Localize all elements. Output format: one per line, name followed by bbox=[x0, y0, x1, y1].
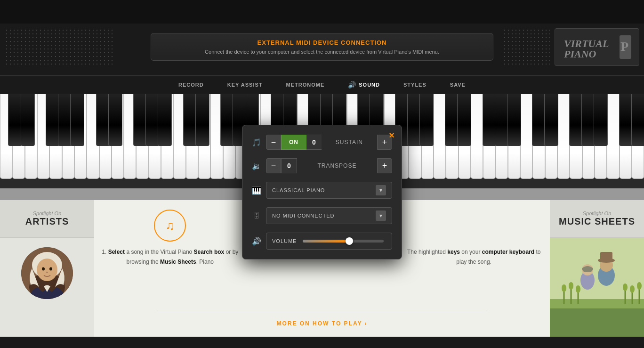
nav-item-metronome[interactable]: METRONOME bbox=[284, 77, 327, 92]
white-key[interactable] bbox=[520, 94, 532, 179]
instruction-step-3-text: The highlighted keys on your computer ke… bbox=[402, 247, 545, 267]
black-key[interactable] bbox=[158, 94, 172, 146]
nav-item-key-assist[interactable]: KEY ASSIST bbox=[225, 77, 265, 92]
volume-row: 🔊 VOLUME bbox=[252, 233, 392, 250]
volume-thumb[interactable] bbox=[346, 237, 353, 245]
black-key[interactable] bbox=[419, 94, 434, 146]
svg-rect-12 bbox=[550, 308, 644, 337]
svg-point-24 bbox=[576, 285, 580, 293]
instrument-value: CLASSICAL PIANO bbox=[272, 187, 325, 193]
black-key[interactable] bbox=[70, 94, 84, 146]
artists-spotlight-title: ARTISTS bbox=[6, 216, 89, 227]
keys-bold-3: keys bbox=[447, 249, 460, 255]
artists-spotlight-card: Spotlight On ARTISTS bbox=[0, 200, 94, 337]
svg-point-29 bbox=[630, 285, 635, 293]
more-link-container: MORE ON HOW TO PLAY › bbox=[157, 312, 487, 327]
transpose-plus-button[interactable]: + bbox=[377, 158, 392, 173]
sustain-minus-button[interactable]: − bbox=[266, 135, 281, 150]
transpose-controls: − 0 TRANSPOSE + bbox=[266, 158, 392, 173]
svg-rect-16 bbox=[600, 252, 612, 261]
more-link[interactable]: MORE ON HOW TO PLAY › bbox=[276, 320, 367, 327]
svg-point-22 bbox=[562, 284, 566, 292]
transpose-value: 0 bbox=[281, 158, 297, 173]
nav-item-save[interactable]: SAVE bbox=[448, 77, 468, 92]
search-box-bold: Search box bbox=[194, 249, 225, 255]
artists-card-image[interactable] bbox=[0, 238, 94, 308]
volume-slider[interactable] bbox=[303, 240, 384, 243]
midi-arrow-icon: ▾ bbox=[376, 210, 386, 221]
sustain-row: 🎵 − ON 0 SUSTAIN + bbox=[252, 135, 392, 150]
sound-panel: × 🎵 − ON 0 SUSTAIN + 🔉 − 0 TRANSPOSE bbox=[242, 125, 402, 259]
midi-banner: EXTERNAL MIDI DEVICE CONNECTION Connect … bbox=[151, 33, 493, 61]
volume-label: VOLUME bbox=[272, 238, 297, 244]
svg-text:PIANO: PIANO bbox=[564, 48, 596, 60]
top-section: EXTERNAL MIDI DEVICE CONNECTION Connect … bbox=[0, 24, 644, 75]
svg-point-23 bbox=[569, 282, 573, 290]
svg-point-7 bbox=[37, 259, 57, 281]
midi-banner-text: Connect the device to your computer and … bbox=[161, 49, 483, 55]
black-key[interactable] bbox=[8, 94, 22, 146]
transpose-minus-button[interactable]: − bbox=[266, 158, 281, 173]
select-bold: Select bbox=[108, 249, 125, 255]
sustain-controls: − ON 0 SUSTAIN + bbox=[266, 135, 392, 150]
white-key[interactable] bbox=[607, 94, 619, 179]
instrument-icon: 🎹 bbox=[252, 186, 261, 195]
black-key[interactable] bbox=[544, 94, 558, 146]
close-button[interactable]: × bbox=[389, 130, 394, 141]
music-sheets-spotlight-title: MUSIC SHEETS bbox=[555, 216, 638, 227]
instruction-step-1-text: 1. Select a song in the Virtual Piano Se… bbox=[99, 247, 242, 267]
sound-icon: 🔊 bbox=[348, 81, 356, 89]
black-key[interactable] bbox=[195, 94, 209, 146]
transpose-icon: 🔉 bbox=[252, 162, 261, 170]
black-key[interactable] bbox=[594, 94, 608, 146]
midi-value: NO MIDI CONNECTED bbox=[272, 213, 335, 219]
black-key[interactable] bbox=[631, 94, 644, 146]
black-key[interactable] bbox=[108, 94, 122, 146]
svg-point-8 bbox=[42, 267, 45, 271]
nav-item-sound[interactable]: 🔊 SOUND bbox=[346, 76, 382, 93]
sustain-value: 0 bbox=[306, 135, 322, 150]
midi-dropdown[interactable]: NO MIDI CONNECTED ▾ bbox=[266, 207, 392, 224]
instrument-dropdown[interactable]: CLASSICAL PIANO ▾ bbox=[266, 182, 392, 199]
instrument-arrow-icon: ▾ bbox=[376, 185, 386, 195]
transpose-label: TRANSPOSE bbox=[297, 162, 377, 169]
black-key[interactable] bbox=[507, 94, 521, 146]
sustain-label: SUSTAIN bbox=[322, 139, 377, 146]
midi-banner-title: EXTERNAL MIDI DEVICE CONNECTION bbox=[161, 39, 483, 46]
nav-item-record[interactable]: RECORD bbox=[176, 77, 206, 92]
white-key[interactable] bbox=[471, 94, 483, 179]
midi-icon: 🎛 bbox=[252, 211, 261, 220]
artist-portrait bbox=[21, 247, 73, 299]
top-bar bbox=[0, 0, 644, 24]
nav-item-styles[interactable]: STYLES bbox=[401, 77, 429, 92]
dot-pattern-right bbox=[503, 28, 550, 66]
artists-card-header: Spotlight On ARTISTS bbox=[0, 200, 94, 238]
transpose-row: 🔉 − 0 TRANSPOSE + bbox=[252, 158, 392, 173]
black-key[interactable] bbox=[21, 94, 35, 146]
instrument-row: 🎹 CLASSICAL PIANO ▾ bbox=[252, 182, 392, 199]
music-sheets-bold: Music Sheets bbox=[160, 259, 196, 265]
dot-pattern-left bbox=[5, 28, 113, 66]
artists-spotlight-label: Spotlight On bbox=[6, 210, 89, 216]
midi-row: 🎛 NO MIDI CONNECTED ▾ bbox=[252, 207, 392, 224]
svg-text:P: P bbox=[620, 39, 628, 54]
sustain-on-button[interactable]: ON bbox=[281, 135, 306, 150]
black-key[interactable] bbox=[457, 94, 471, 146]
music-sheets-spotlight-card: Spotlight On MUSIC SHEETS bbox=[550, 200, 644, 337]
svg-point-28 bbox=[623, 283, 628, 291]
volume-fill bbox=[303, 240, 347, 243]
svg-point-9 bbox=[49, 267, 52, 271]
white-key[interactable] bbox=[557, 94, 570, 179]
sustain-icon: 🎵 bbox=[252, 138, 261, 147]
music-note-icon: ♫ bbox=[166, 219, 175, 233]
nav-bar: RECORD KEY ASSIST METRONOME 🔊 SOUND STYL… bbox=[0, 75, 644, 94]
logo-area: VIRTUAL PIANO P bbox=[555, 28, 639, 66]
white-key[interactable] bbox=[434, 94, 446, 179]
music-sheets-spotlight-label: Spotlight On bbox=[555, 210, 638, 216]
music-sheets-card-header: Spotlight On MUSIC SHEETS bbox=[550, 200, 644, 238]
volume-control: VOLUME bbox=[266, 233, 392, 250]
computer-keyboard-bold: computer keyboard bbox=[482, 249, 534, 255]
music-sheets-image[interactable] bbox=[550, 238, 644, 337]
music-note-icon-circle: ♫ bbox=[154, 210, 186, 242]
volume-icon: 🔊 bbox=[252, 237, 261, 246]
